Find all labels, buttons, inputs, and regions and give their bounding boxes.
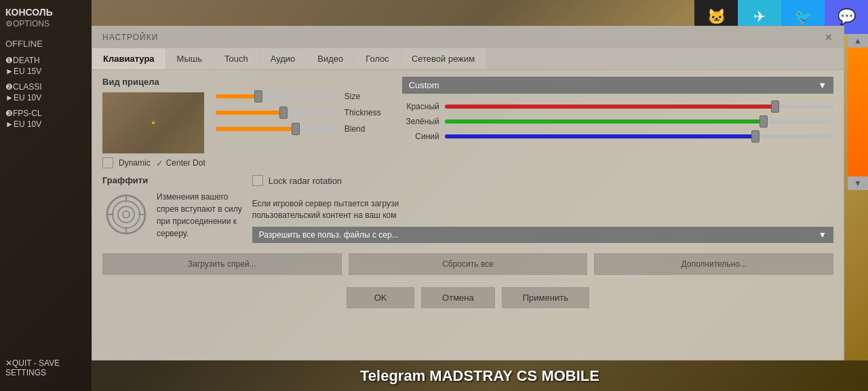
blue-slider-fill bbox=[445, 134, 756, 138]
blue-label: Синий bbox=[402, 132, 439, 141]
tab-network[interactable]: Сетевой режим bbox=[401, 48, 486, 69]
settings-tabs: Клавиатура Мышь Touch Аудио Видео Голос … bbox=[92, 48, 844, 70]
green-label: Зелёный bbox=[402, 117, 439, 126]
cancel-button[interactable]: Отмена bbox=[421, 287, 495, 308]
console-title: КОНСОЛЬ bbox=[5, 7, 86, 18]
tab-mouse[interactable]: Мышь bbox=[166, 48, 214, 69]
additional-button[interactable]: Дополнительно... bbox=[594, 253, 833, 275]
thickness-slider-thumb[interactable] bbox=[279, 107, 288, 119]
offline-status: OFFLINE bbox=[5, 39, 86, 49]
dynamic-label: Dynamic bbox=[119, 158, 151, 168]
size-slider-row: Size bbox=[216, 92, 392, 101]
color-swatch bbox=[848, 48, 868, 176]
confirm-buttons-row: OK Отмена Применить bbox=[92, 282, 844, 314]
tab-video[interactable]: Видео bbox=[307, 48, 355, 69]
dynamic-row: Dynamic ✓ Center Dot bbox=[102, 157, 205, 168]
lower-section: Граффити Изменения ва bbox=[92, 172, 844, 246]
server-dropdown-arrow: ▼ bbox=[818, 230, 827, 240]
blue-slider-thumb[interactable] bbox=[751, 130, 760, 143]
server-name-3: FPS-CL bbox=[13, 109, 42, 118]
graffiti-label: Граффити bbox=[102, 175, 242, 185]
lock-radar-checkbox[interactable] bbox=[252, 175, 263, 186]
svg-point-2 bbox=[118, 206, 134, 223]
thickness-slider-row: Thickness bbox=[216, 108, 392, 117]
checkmark-icon: ✓ bbox=[156, 158, 163, 168]
blue-color-row: Синий bbox=[402, 132, 833, 141]
color-section: Custom ▼ Красный Зелёный Синий bbox=[402, 77, 833, 168]
custom-dropdown[interactable]: Custom ▼ bbox=[402, 77, 833, 94]
tab-touch[interactable]: Touch bbox=[214, 48, 260, 69]
blend-slider-row: Blend bbox=[216, 124, 392, 134]
quit-button[interactable]: ✕QUIT - SAVE SETTINGS bbox=[5, 358, 92, 377]
server-item-2[interactable]: ❷CLASSI ►EU 10V bbox=[5, 82, 86, 103]
load-spray-button[interactable]: Загрузить спрей... bbox=[102, 253, 342, 275]
dynamic-checkbox[interactable] bbox=[102, 157, 113, 168]
thickness-slider-track[interactable] bbox=[216, 111, 339, 115]
crosshair-dot bbox=[152, 122, 155, 124]
blend-slider-thumb[interactable] bbox=[292, 123, 300, 135]
server-number-2: ❷ bbox=[5, 82, 13, 92]
center-dot-row: ✓ Center Dot bbox=[156, 158, 205, 168]
server-dropdown[interactable]: Разрешить все польз. файлы с сер... ▼ bbox=[252, 227, 833, 243]
graffiti-section: Граффити Изменения ва bbox=[102, 175, 242, 243]
modal-main-content: Вид прицела Dynamic ✓ Center Dot Size bbox=[92, 70, 844, 172]
server-name-2: CLASSI bbox=[13, 82, 42, 92]
custom-dropdown-label: Custom bbox=[409, 80, 439, 90]
custom-dropdown-arrow: ▼ bbox=[818, 80, 827, 90]
modal-title-bar: НАСТРОЙКИ ✕ bbox=[92, 26, 844, 48]
server-item-3[interactable]: ❸FPS-CL ►EU 10V bbox=[5, 109, 86, 130]
crosshair-preview bbox=[102, 92, 204, 153]
sliders-section: Size Thickness Blend bbox=[216, 77, 392, 168]
blue-slider-track[interactable] bbox=[445, 134, 833, 138]
ok-button[interactable]: OK bbox=[347, 287, 414, 308]
modal-close-button[interactable]: ✕ bbox=[825, 32, 833, 43]
red-color-row: Красный bbox=[402, 102, 833, 111]
crosshair-label: Вид прицела bbox=[102, 77, 205, 87]
reset-all-button[interactable]: Сбросить все bbox=[349, 253, 588, 275]
size-slider-fill bbox=[216, 94, 259, 98]
tab-voice[interactable]: Голос bbox=[355, 48, 401, 69]
red-slider-fill bbox=[445, 105, 775, 109]
server-number-3: ❸ bbox=[5, 109, 13, 118]
center-dot-label: Center Dot bbox=[166, 158, 205, 168]
server-section: Если игровой сервер пытается загрузиполь… bbox=[252, 198, 833, 243]
size-label: Size bbox=[344, 92, 392, 101]
green-slider-track[interactable] bbox=[445, 119, 833, 124]
thickness-slider-fill bbox=[216, 111, 283, 115]
size-slider-track[interactable] bbox=[216, 94, 339, 98]
scroll-down-arrow[interactable]: ▼ bbox=[848, 176, 868, 190]
server-info-text: Если игровой сервер пытается загрузиполь… bbox=[252, 198, 833, 221]
blend-slider-fill bbox=[216, 127, 296, 131]
tab-audio[interactable]: Аудио bbox=[260, 48, 307, 69]
tab-keyboard[interactable]: Клавиатура bbox=[92, 48, 166, 69]
green-color-row: Зелёный bbox=[402, 117, 833, 126]
lock-radar-label: Lock radar rotation bbox=[269, 176, 342, 186]
server-address-3: ►EU 10V bbox=[5, 119, 41, 129]
server-dropdown-label: Разрешить все польз. файлы с сер... bbox=[259, 230, 399, 240]
scroll-up-arrow[interactable]: ▲ bbox=[848, 34, 868, 48]
thickness-label: Thickness bbox=[344, 108, 392, 117]
svg-point-3 bbox=[123, 211, 130, 218]
graffiti-info-text: Изменения вашегоспрея вступают в силупри… bbox=[157, 191, 242, 240]
server-item-1[interactable]: ❶DEATH ►EU 15V bbox=[5, 56, 86, 77]
options-label[interactable]: ⚙OPTIONS bbox=[5, 19, 86, 29]
apply-button[interactable]: Применить bbox=[502, 287, 589, 308]
server-address-1: ►EU 15V bbox=[5, 67, 41, 76]
color-preview-bar: ▲ ▼ bbox=[848, 34, 868, 190]
bottom-text: Telegram MADSTRAY CS MOBILE bbox=[92, 360, 868, 391]
size-slider-thumb[interactable] bbox=[254, 90, 262, 103]
red-slider-track[interactable] bbox=[445, 105, 833, 109]
svg-point-1 bbox=[113, 201, 140, 228]
lock-radar-row: Lock radar rotation bbox=[252, 175, 833, 186]
server-address-2: ►EU 10V bbox=[5, 93, 41, 103]
green-slider-thumb[interactable] bbox=[760, 115, 768, 128]
green-slider-fill bbox=[445, 119, 764, 124]
sidebar: КОНСОЛЬ ⚙OPTIONS OFFLINE ❶DEATH ►EU 15V … bbox=[0, 0, 92, 391]
red-slider-thumb[interactable] bbox=[771, 100, 779, 113]
server-name-1: DEATH bbox=[13, 56, 40, 65]
crosshair-section: Вид прицела Dynamic ✓ Center Dot bbox=[102, 77, 205, 168]
blend-slider-track[interactable] bbox=[216, 127, 339, 131]
graffiti-content: Изменения вашегоспрея вступают в силупри… bbox=[102, 191, 242, 240]
server-number-1: ❶ bbox=[5, 56, 13, 65]
action-buttons-row: Загрузить спрей... Сбросить все Дополнит… bbox=[92, 246, 844, 282]
